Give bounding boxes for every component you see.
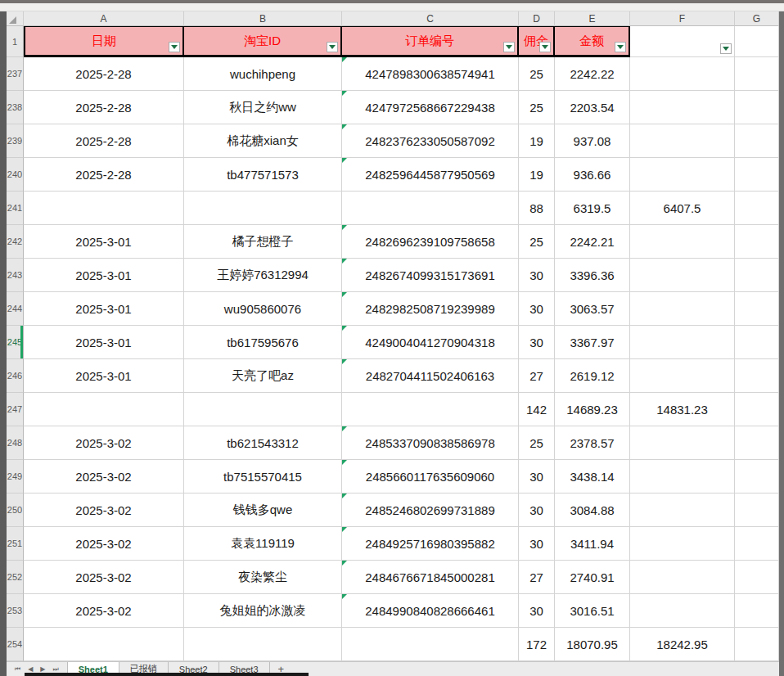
cell-taobao-id[interactable]: 橘子想橙子 [184, 225, 342, 259]
cell-total[interactable] [630, 57, 735, 91]
row-number[interactable]: 241 [7, 192, 24, 225]
cell-taobao-id[interactable]: 钱钱多qwe [184, 493, 342, 527]
table-header-cell-D[interactable]: 佣金 [519, 26, 555, 57]
cell-amount[interactable]: 14689.23 [555, 393, 630, 426]
cell-order-no[interactable]: 2482376233050587092 [342, 124, 519, 158]
cell-amount[interactable]: 6319.5 [555, 192, 630, 225]
cell-date[interactable]: 2025-2-28 [24, 57, 184, 91]
table-header-cell-E[interactable]: 金额 [555, 26, 630, 57]
cell-commission[interactable]: 19 [519, 158, 555, 192]
cell-order-no[interactable]: 2482696239109758658 [342, 225, 519, 259]
cell-amount[interactable]: 3367.97 [555, 326, 630, 359]
cell-empty[interactable] [735, 594, 779, 628]
cell-empty[interactable] [735, 225, 779, 259]
cell-total[interactable]: 14831.23 [630, 393, 735, 426]
cell-empty[interactable] [735, 393, 779, 426]
column-header-G[interactable]: G [735, 11, 779, 26]
cell-commission[interactable]: 19 [519, 124, 555, 158]
cell-total[interactable] [630, 259, 735, 292]
cell-order-no[interactable]: 4247972568667229438 [342, 91, 519, 124]
cell-date[interactable] [24, 393, 184, 426]
cell-amount[interactable]: 937.08 [555, 124, 630, 158]
cell-commission[interactable]: 27 [519, 561, 555, 594]
cell-empty[interactable] [735, 192, 779, 225]
column-header-F[interactable]: F [630, 11, 735, 26]
cell-commission[interactable]: 30 [519, 292, 555, 326]
cell-date[interactable]: 2025-3-01 [24, 326, 184, 359]
cell-commission[interactable]: 30 [519, 460, 555, 493]
cell-taobao-id[interactable] [184, 628, 342, 661]
cell-total[interactable] [630, 527, 735, 561]
cell-date[interactable]: 2025-2-28 [24, 158, 184, 192]
cell-amount[interactable]: 2619.12 [555, 359, 630, 393]
cell-taobao-id[interactable]: 王婷婷76312994 [184, 259, 342, 292]
cell-order-no[interactable]: 2482704411502406163 [342, 359, 519, 393]
row-number[interactable]: 244 [7, 292, 24, 326]
cell-commission[interactable]: 30 [519, 594, 555, 628]
cell-order-no[interactable]: 2484925716980395882 [342, 527, 519, 561]
cell-commission[interactable]: 142 [519, 393, 555, 426]
cell-total[interactable] [630, 292, 735, 326]
row-number[interactable]: 248 [7, 426, 24, 460]
cell-amount[interactable]: 3396.36 [555, 259, 630, 292]
cell-empty[interactable] [735, 460, 779, 493]
cell-empty[interactable] [735, 57, 779, 91]
column-header-E[interactable]: E [555, 11, 630, 26]
column-header-C[interactable]: C [342, 11, 519, 26]
cell-taobao-id[interactable] [184, 393, 342, 426]
cell-total[interactable] [630, 225, 735, 259]
filter-dropdown-button[interactable] [720, 43, 732, 54]
column-header-A[interactable]: A [24, 11, 184, 26]
select-all-corner[interactable] [7, 11, 24, 26]
cell-date[interactable]: 2025-3-01 [24, 259, 184, 292]
cell-taobao-id[interactable]: 天亮了吧az [184, 359, 342, 393]
cell-amount[interactable]: 2740.91 [555, 561, 630, 594]
row-number[interactable]: 242 [7, 225, 24, 259]
cell-date[interactable]: 2025-2-28 [24, 91, 184, 124]
cell-amount[interactable]: 2242.22 [555, 57, 630, 91]
row-number[interactable]: 239 [7, 124, 24, 158]
cell-empty[interactable] [735, 426, 779, 460]
cell-date[interactable] [24, 628, 184, 661]
cell-taobao-id[interactable]: wuchihpeng [184, 57, 342, 91]
cell-taobao-id[interactable]: tb477571573 [184, 158, 342, 192]
cell-order-no[interactable]: 4247898300638574941 [342, 57, 519, 91]
cell-amount[interactable]: 2203.54 [555, 91, 630, 124]
cell-total[interactable] [630, 460, 735, 493]
cell-date[interactable]: 2025-3-02 [24, 594, 184, 628]
cell-order-no[interactable]: 2484676671845000281 [342, 561, 519, 594]
cell-total[interactable] [630, 158, 735, 192]
row-number[interactable]: 249 [7, 460, 24, 493]
cell-commission[interactable]: 88 [519, 192, 555, 225]
cell-commission[interactable]: 30 [519, 527, 555, 561]
sheet-nav-arrow-2[interactable]: ▶ [40, 665, 45, 673]
cell-order-no[interactable]: 2482596445877950569 [342, 158, 519, 192]
row-number[interactable]: 252 [7, 561, 24, 594]
cell-amount[interactable]: 2242.21 [555, 225, 630, 259]
cell-total[interactable] [630, 594, 735, 628]
cell-order-no[interactable]: 2482982508719239989 [342, 292, 519, 326]
row-header-1[interactable]: 1 [7, 26, 24, 57]
cell-date[interactable]: 2025-3-02 [24, 493, 184, 527]
cell-empty[interactable] [735, 259, 779, 292]
cell-empty[interactable] [735, 158, 779, 192]
row-number[interactable]: 250 [7, 493, 24, 527]
cell-amount[interactable]: 3438.14 [555, 460, 630, 493]
cell-taobao-id[interactable]: 袁袁119119 [184, 527, 342, 561]
cell-commission[interactable]: 25 [519, 426, 555, 460]
row-number[interactable]: 251 [7, 527, 24, 561]
table-header-cell-A[interactable]: 日期 [24, 26, 184, 57]
cell-date[interactable]: 2025-3-02 [24, 460, 184, 493]
cell-taobao-id[interactable]: 秋日之约ww [184, 91, 342, 124]
cell-date[interactable]: 2025-3-02 [24, 561, 184, 594]
row-number[interactable]: 253 [7, 594, 24, 628]
column-header-D[interactable]: D [519, 11, 555, 26]
table-header-cell-G[interactable] [735, 26, 779, 57]
cell-order-no[interactable] [342, 628, 519, 661]
cell-taobao-id[interactable]: tb7515570415 [184, 460, 342, 493]
cell-amount[interactable]: 3084.88 [555, 493, 630, 527]
cell-taobao-id[interactable]: 兔姐姐的冰激凌 [184, 594, 342, 628]
cell-taobao-id[interactable] [184, 192, 342, 225]
cell-total[interactable]: 18242.95 [630, 628, 735, 661]
cell-taobao-id[interactable]: 棉花糖xian女 [184, 124, 342, 158]
